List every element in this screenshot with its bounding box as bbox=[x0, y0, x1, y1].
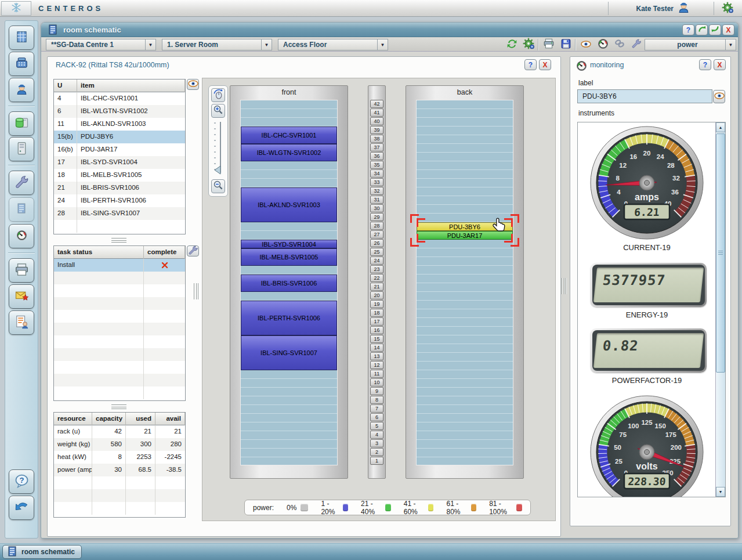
gears-icon bbox=[522, 37, 535, 52]
sidebar-button-gauge[interactable] bbox=[9, 224, 34, 248]
table-row[interactable]: 18IBL-MELB-SVR1005 bbox=[54, 169, 185, 182]
window-titlebar[interactable]: room schematic ? X bbox=[41, 23, 738, 37]
table-cell bbox=[54, 374, 144, 386]
items-visibility-button[interactable] bbox=[187, 79, 199, 90]
u-scale-cell: 40 bbox=[370, 117, 383, 125]
table-row[interactable]: Install bbox=[54, 259, 185, 272]
table-row[interactable]: 28IBL-SING-SVR1007 bbox=[54, 207, 185, 220]
view-mode-dropdown[interactable]: power▼ bbox=[645, 39, 736, 50]
table-row[interactable]: 21IBL-BRIS-SVR1006 bbox=[54, 182, 185, 194]
svg-text:24: 24 bbox=[657, 153, 664, 160]
datacenter-icon bbox=[15, 30, 29, 46]
user-menu[interactable]: Kate Tester bbox=[636, 2, 690, 15]
sidebar-button-phone[interactable] bbox=[9, 52, 34, 76]
sidebar-button-mail-alert[interactable] bbox=[9, 284, 34, 309]
scroll-up-button[interactable]: ▲ bbox=[716, 122, 725, 132]
toolbar-dropdown-2[interactable]: Access Floor▼ bbox=[278, 39, 388, 50]
table-cell bbox=[144, 374, 185, 386]
table-row[interactable]: weight (kg)580300280 bbox=[54, 438, 185, 451]
table-row[interactable]: 16(b)PDU-3AR17 bbox=[54, 143, 185, 156]
topbar-divider bbox=[608, 2, 609, 15]
toolbar-dropdown-1[interactable]: 1. Server Room▼ bbox=[162, 39, 272, 50]
table-cell bbox=[144, 348, 185, 361]
rack-item-IBL-BRIS-SVR1006[interactable]: IBL-BRIS-SVR1006 bbox=[241, 274, 337, 292]
rack-help-button[interactable]: ? bbox=[524, 59, 537, 70]
table-cell: 8 bbox=[92, 451, 126, 464]
table-row[interactable]: 4IBL-CHC-SVR1001 bbox=[54, 92, 185, 105]
wrench-button[interactable] bbox=[629, 39, 644, 50]
table-row[interactable]: 6IBL-WLGTN-SVR1002 bbox=[54, 105, 185, 118]
monitoring-close-button[interactable]: X bbox=[714, 59, 726, 70]
column-header: used bbox=[126, 413, 155, 425]
splitter-grip-vertical[interactable] bbox=[194, 283, 198, 299]
rack-item-IBL-SING-SVR1007[interactable]: IBL-SING-SVR1007 bbox=[241, 335, 337, 370]
table-row[interactable]: 11IBL-AKLND-SVR1003 bbox=[54, 118, 185, 131]
panel-splitter-grip[interactable] bbox=[562, 278, 566, 294]
label-input[interactable] bbox=[577, 89, 712, 103]
print-button[interactable] bbox=[541, 39, 556, 50]
instrument-label: ENERGY-19 bbox=[578, 310, 716, 319]
sidebar-button-printer[interactable] bbox=[9, 258, 34, 283]
zoom-out-button[interactable] bbox=[211, 179, 225, 193]
table-row bbox=[54, 502, 185, 515]
sidebar-button-report[interactable] bbox=[9, 310, 34, 335]
sidebar-button-datacenter[interactable] bbox=[9, 26, 34, 50]
rotate-view-button[interactable] bbox=[211, 88, 225, 102]
save-button[interactable] bbox=[558, 39, 573, 50]
toolbar-dropdown-0[interactable]: **SG-Data Centre 1▼ bbox=[46, 39, 156, 50]
table-row[interactable]: 17IBL-SYD-SVR1004 bbox=[54, 156, 185, 169]
rack-item-IBL-WLGTN-SVR1002[interactable]: IBL-WLGTN-SVR1002 bbox=[241, 144, 337, 161]
table-cell bbox=[54, 220, 77, 233]
legend-entry-label: 1 - 20% bbox=[321, 500, 338, 516]
sidebar-button-tools[interactable] bbox=[9, 171, 34, 195]
refresh-button[interactable] bbox=[504, 39, 519, 50]
gauge-button[interactable] bbox=[595, 39, 610, 50]
rack-close-button[interactable]: X bbox=[539, 59, 551, 70]
sidebar-button-server[interactable] bbox=[9, 137, 34, 161]
table-row[interactable]: rack (u)422121 bbox=[54, 425, 185, 438]
sidebar-button-database[interactable] bbox=[9, 111, 34, 136]
sidebar-button-back[interactable] bbox=[9, 496, 34, 520]
rack-item-IBL-MELB-SVR1005[interactable]: IBL-MELB-SVR1005 bbox=[241, 248, 337, 266]
task-tools-button[interactable] bbox=[187, 245, 199, 256]
rack-icon bbox=[6, 545, 18, 559]
eye-button[interactable] bbox=[578, 39, 593, 50]
restore-down-button[interactable] bbox=[709, 24, 721, 35]
u-scale-cell: 41 bbox=[370, 109, 383, 117]
taskbar-room-schematic-button[interactable]: room schematic bbox=[2, 545, 82, 559]
legend-entry-label: 41 - 60% bbox=[404, 500, 424, 516]
table-row[interactable]: power (amp3068.5-38.5 bbox=[54, 464, 185, 476]
close-button[interactable]: X bbox=[722, 24, 734, 35]
table-cell bbox=[54, 361, 144, 374]
zoom-slider[interactable] bbox=[211, 120, 226, 178]
rack-item-IBL-PERTH-SVR1006[interactable]: IBL-PERTH-SVR1006 bbox=[241, 301, 337, 335]
links-button[interactable] bbox=[612, 39, 627, 50]
splitter-grip[interactable] bbox=[111, 238, 126, 243]
sidebar-button-help[interactable]: ? bbox=[9, 469, 34, 494]
settings-button[interactable] bbox=[720, 2, 735, 16]
gauge-icon bbox=[598, 38, 609, 52]
table-row[interactable]: heat (kW)82253-2245 bbox=[54, 451, 185, 464]
rack-item-IBL-AKLND-SVR1003[interactable]: IBL-AKLND-SVR1003 bbox=[241, 187, 337, 222]
table-row[interactable]: 24IBL-PERTH-SVR1006 bbox=[54, 194, 185, 207]
instruments-scrollbar[interactable]: ▲ ▼ bbox=[715, 122, 725, 497]
gears-button[interactable] bbox=[521, 39, 536, 50]
monitoring-help-button[interactable]: ? bbox=[699, 59, 711, 70]
zoom-in-button[interactable] bbox=[211, 104, 225, 118]
chevron-down-icon: ▼ bbox=[261, 39, 272, 50]
rack-items-table[interactable]: Uitem4IBL-CHC-SVR10016IBL-WLGTN-SVR10021… bbox=[53, 79, 186, 234]
task-status-table[interactable]: task statuscompleteInstall bbox=[53, 245, 186, 401]
restore-up-button[interactable] bbox=[696, 24, 708, 35]
splitter-grip[interactable] bbox=[111, 404, 126, 409]
scroll-down-button[interactable]: ▼ bbox=[716, 487, 725, 497]
rack-item-IBL-CHC-SVR1001[interactable]: IBL-CHC-SVR1001 bbox=[241, 127, 337, 144]
scrollbar-thumb[interactable] bbox=[716, 133, 725, 373]
table-row[interactable]: 15(b)PDU-3BY6 bbox=[54, 131, 185, 143]
user-name: Kate Tester bbox=[636, 5, 674, 13]
sidebar-button-user[interactable] bbox=[9, 78, 34, 102]
table-cell: IBL-WLGTN-SVR1002 bbox=[77, 105, 185, 118]
rack-item-IBL-SYD-SVR1004[interactable]: IBL-SYD-SVR1004 bbox=[241, 240, 337, 248]
label-visibility-button[interactable] bbox=[713, 90, 725, 103]
table-row bbox=[54, 323, 185, 335]
help-button[interactable]: ? bbox=[682, 24, 694, 35]
